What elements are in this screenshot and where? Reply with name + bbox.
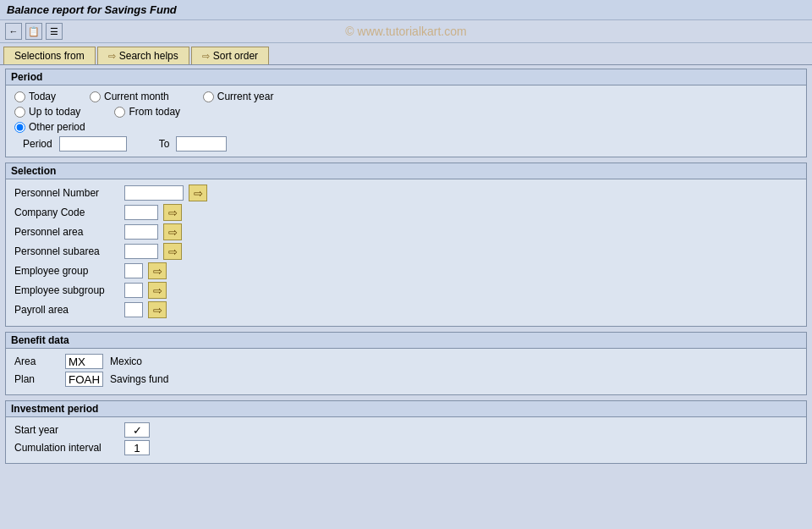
personnel-area-row: Personnel area ⇨ [14, 223, 798, 240]
investment-period-title: Investment period [6, 401, 806, 417]
period-section: Period Today Current month Current year [5, 69, 807, 157]
employee-group-input[interactable] [124, 263, 143, 278]
plan-text: Savings fund [110, 373, 168, 385]
personnel-subarea-row: Personnel subarea ⇨ [14, 243, 798, 260]
period-to-input[interactable] [176, 136, 227, 152]
radio-current-year-input[interactable] [203, 91, 214, 102]
employee-subgroup-label: Employee subgroup [14, 284, 124, 296]
payroll-area-arrow-btn[interactable]: ⇨ [148, 301, 167, 318]
radio-up-to-today-input[interactable] [14, 107, 25, 118]
sort-order-arrow-icon: ⇨ [202, 51, 210, 62]
area-text: Mexico [110, 355, 142, 367]
cumulation-label: Cumulation interval [14, 442, 124, 454]
personnel-area-arrow-btn[interactable]: ⇨ [163, 223, 182, 240]
personnel-area-label: Personnel area [14, 226, 124, 238]
selection-section: Selection Personnel Number ⇨ Company Cod… [5, 163, 807, 327]
search-helps-arrow-icon: ⇨ [108, 51, 116, 62]
employee-group-row: Employee group ⇨ [14, 262, 798, 279]
info-icon[interactable]: 📋 [25, 23, 42, 40]
tab-sort-label: Sort order [213, 50, 258, 62]
personnel-area-input[interactable] [124, 224, 158, 240]
radio-current-month-label: Current month [104, 91, 169, 102]
navigate-icon[interactable]: ← [5, 23, 22, 40]
employee-group-label: Employee group [14, 265, 124, 277]
page-title: Balance report for Savings Fund [7, 3, 177, 16]
plan-label: Plan [14, 373, 65, 385]
radio-up-to-today[interactable]: Up to today [14, 106, 80, 118]
radio-current-year[interactable]: Current year [203, 91, 274, 102]
company-code-arrow-btn[interactable]: ⇨ [163, 204, 182, 221]
period-section-title: Period [6, 69, 806, 85]
radio-from-today-input[interactable] [114, 107, 125, 118]
watermark: © www.tutorialkart.com [345, 25, 466, 38]
toolbar: ← 📋 ☰ © www.tutorialkart.com [0, 20, 812, 43]
tab-search-helps[interactable]: ⇨ Search helps [97, 47, 189, 64]
cumulation-row: Cumulation interval [14, 440, 798, 455]
period-to-label: To [159, 138, 170, 150]
period-label: Period [23, 138, 52, 150]
period-radio-row2: Up to today From today [14, 106, 798, 118]
employee-subgroup-input[interactable] [124, 283, 143, 298]
radio-up-to-today-label: Up to today [29, 106, 80, 118]
title-bar: Balance report for Savings Fund [0, 0, 812, 20]
tab-selections-from[interactable]: Selections from [3, 47, 96, 64]
personnel-number-arrow-btn[interactable]: ⇨ [189, 185, 207, 201]
personnel-subarea-label: Personnel subarea [14, 245, 124, 257]
list-icon[interactable]: ☰ [46, 23, 63, 40]
selection-section-title: Selection [6, 163, 806, 179]
selection-section-body: Personnel Number ⇨ Company Code ⇨ Person… [6, 179, 806, 326]
personnel-subarea-arrow-btn[interactable]: ⇨ [163, 243, 182, 260]
payroll-area-row: Payroll area ⇨ [14, 301, 798, 318]
plan-row: Plan Savings fund [14, 372, 798, 387]
employee-subgroup-arrow-btn[interactable]: ⇨ [148, 282, 167, 299]
area-label: Area [14, 355, 65, 367]
payroll-area-label: Payroll area [14, 304, 124, 316]
radio-from-today[interactable]: From today [114, 106, 180, 118]
company-code-input[interactable] [124, 205, 158, 220]
radio-today-input[interactable] [14, 91, 25, 102]
radio-today-label: Today [29, 91, 56, 102]
company-code-row: Company Code ⇨ [14, 204, 798, 221]
cumulation-input[interactable] [124, 440, 150, 455]
tab-sort-order[interactable]: ⇨ Sort order [191, 47, 269, 64]
benefit-data-section: Benefit data Area Mexico Plan Savings fu… [5, 332, 807, 395]
tab-selections-label: Selections from [14, 50, 85, 62]
personnel-number-input[interactable] [124, 185, 184, 201]
period-section-body: Today Current month Current year Up to t… [6, 85, 806, 157]
radio-today[interactable]: Today [14, 91, 56, 102]
start-year-checkbox[interactable]: ✓ [124, 422, 150, 438]
tab-bar: Selections from ⇨ Search helps ⇨ Sort or… [0, 43, 812, 65]
plan-input[interactable] [65, 372, 103, 387]
investment-period-body: Start year ✓ Cumulation interval [6, 417, 806, 463]
employee-subgroup-row: Employee subgroup ⇨ [14, 282, 798, 299]
main-content: Period Today Current month Current year [0, 65, 812, 526]
start-year-label: Start year [14, 424, 124, 436]
company-code-label: Company Code [14, 207, 124, 218]
radio-other-period[interactable]: Other period [14, 121, 85, 133]
payroll-area-input[interactable] [124, 302, 143, 317]
employee-group-arrow-btn[interactable]: ⇨ [148, 262, 167, 279]
personnel-number-row: Personnel Number ⇨ [14, 185, 798, 201]
investment-period-section: Investment period Start year ✓ Cumulatio… [5, 400, 807, 464]
personnel-number-label: Personnel Number [14, 187, 124, 199]
radio-other-period-label: Other period [29, 121, 85, 133]
radio-other-period-input[interactable] [14, 122, 25, 133]
period-radio-row1: Today Current month Current year [14, 91, 798, 102]
start-year-row: Start year ✓ [14, 422, 798, 438]
benefit-data-body: Area Mexico Plan Savings fund [6, 349, 806, 394]
radio-current-month-input[interactable] [90, 91, 101, 102]
period-from-input[interactable] [59, 136, 127, 152]
radio-from-today-label: From today [129, 106, 180, 118]
area-input[interactable] [65, 354, 103, 369]
benefit-data-title: Benefit data [6, 333, 806, 349]
tab-search-label: Search helps [119, 50, 178, 62]
period-input-row: Period To [14, 136, 798, 152]
period-radio-row3: Other period [14, 121, 798, 133]
area-row: Area Mexico [14, 354, 798, 369]
radio-current-year-label: Current year [217, 91, 274, 102]
radio-current-month[interactable]: Current month [90, 91, 169, 102]
personnel-subarea-input[interactable] [124, 244, 158, 259]
